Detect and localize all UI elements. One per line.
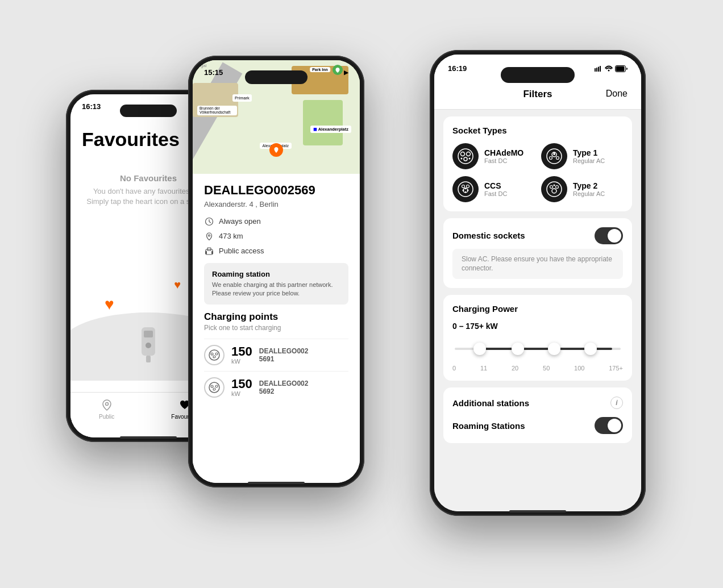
svg-point-16 [209,382,219,393]
status-icons-2: ▶ [344,69,348,76]
charging-point-2[interactable]: 150 kW DEALLEGO0025692 [204,371,348,403]
domestic-toggle[interactable] [595,227,623,244]
map-label-brunnen: Brunnen der Völkerfreundschaft [197,106,237,116]
station-info-distance: 473 km [204,231,348,241]
ccs-icon [452,176,479,202]
slider-thumb-4[interactable] [584,343,597,355]
svg-point-40 [467,185,469,187]
socket-types-card: Socket Types [443,116,632,211]
map-label-primark: Primark [232,94,252,102]
roaming-banner: Roaming station We enable charging at th… [204,263,348,305]
point-power-1: 150 kW [231,345,252,365]
ccs-type: Fast DC [484,190,507,197]
svg-point-36 [556,156,559,159]
point-id-1: DEALLEGO0025691 [259,347,309,363]
socket-ccs[interactable]: CCS Fast DC [452,176,534,202]
svg-point-7 [209,235,210,236]
svg-point-18 [215,385,218,387]
svg-point-44 [465,187,466,189]
notch-1 [120,105,177,117]
svg-point-13 [211,353,213,355]
type2-icon [541,176,567,202]
slider-thumb-1[interactable] [473,343,486,355]
svg-point-30 [464,157,467,161]
svg-point-17 [211,385,213,387]
charging-points-sub: Pick one to start charging [204,324,348,332]
additional-stations-card: Additional stations i Roaming Stations [443,387,632,443]
status-time-1: 16:13 [82,102,101,111]
notch-3 [501,67,575,83]
svg-point-4 [105,402,108,405]
svg-point-43 [467,189,469,191]
status-icons-3 [595,65,628,72]
svg-point-14 [215,353,218,355]
svg-rect-9 [205,251,207,254]
type1-icon [541,143,567,169]
chademo-icon [452,143,479,169]
station-address: Alexanderstr. 4 , Berlin [204,200,348,208]
additional-title: Additional stations [452,398,529,408]
svg-point-3 [146,343,151,348]
chademo-type: Fast DC [484,157,523,164]
ccs-info: CCS Fast DC [484,181,507,197]
svg-rect-37 [554,152,555,155]
additional-title-row: Additional stations i [452,397,623,409]
svg-point-29 [467,152,471,156]
socket-chademo[interactable]: CHAdeMO Fast DC [452,143,534,169]
svg-point-27 [458,149,473,164]
svg-rect-10 [211,251,213,254]
charging-point-1[interactable]: 150 kW DEALLEGO0025691 [204,339,348,371]
socket-type1[interactable]: Type 1 Regular AC [541,143,623,169]
svg-point-12 [209,350,219,360]
station-info-hours: Always open [204,216,348,227]
svg-point-15 [213,356,215,358]
heart-icon-2: ♥ [105,295,114,314]
svg-point-39 [462,185,465,187]
charging-points-title: Charging points [204,311,348,323]
filters-body: Socket Types [434,110,641,504]
svg-point-46 [547,182,562,197]
type2-info: Type 2 Regular AC [573,181,605,197]
svg-point-19 [213,388,215,390]
power-slider[interactable] [455,337,621,360]
domestic-toggle-row: Domestic sockets [452,227,623,244]
svg-point-31 [461,157,463,159]
type2-name: Type 2 [573,181,605,190]
slider-labels: 0 11 20 50 100 175+ [452,365,623,372]
map-block-3 [303,100,343,145]
tab-public[interactable]: Public [99,398,114,420]
type1-name: Type 1 [573,148,605,157]
svg-point-33 [547,149,562,164]
filters-done-button[interactable]: Done [606,89,628,99]
svg-point-28 [461,152,465,156]
svg-point-47 [550,185,553,188]
svg-rect-22 [598,66,599,72]
toggle-knob-domestic [608,229,621,243]
notch-2 [245,70,308,84]
station-access: Public access [219,247,264,255]
svg-point-42 [463,189,464,191]
tab-public-label: Public [99,414,114,420]
status-time-2: 15:15 [204,68,223,77]
connector-icon-1 [204,345,225,365]
location-icon-station [204,231,214,241]
svg-rect-23 [600,66,601,72]
roaming-toggle[interactable] [595,417,623,434]
access-icon [204,246,214,256]
svg-point-49 [552,189,556,193]
station-hours: Always open [219,217,261,226]
status-time-3: 16:19 [448,64,467,73]
point-power-2: 150 kW [231,378,252,397]
charging-power-card: Charging Power 0 – 175+ kW 0 [443,295,632,381]
svg-point-5 [276,148,277,150]
slider-thumb-3[interactable] [548,343,560,355]
connector-icon-2 [204,377,225,398]
type1-type: Regular AC [573,157,605,164]
socket-type2[interactable]: Type 2 Regular AC [541,176,623,202]
map-label-alex: ◼ Alexanderplatz [310,126,351,133]
ccs-name: CCS [484,181,507,190]
info-icon-additional[interactable]: i [610,397,623,409]
public-icon [100,398,114,412]
slider-thumb-2[interactable] [512,343,524,355]
heart-icon-1: ♥ [174,278,181,291]
